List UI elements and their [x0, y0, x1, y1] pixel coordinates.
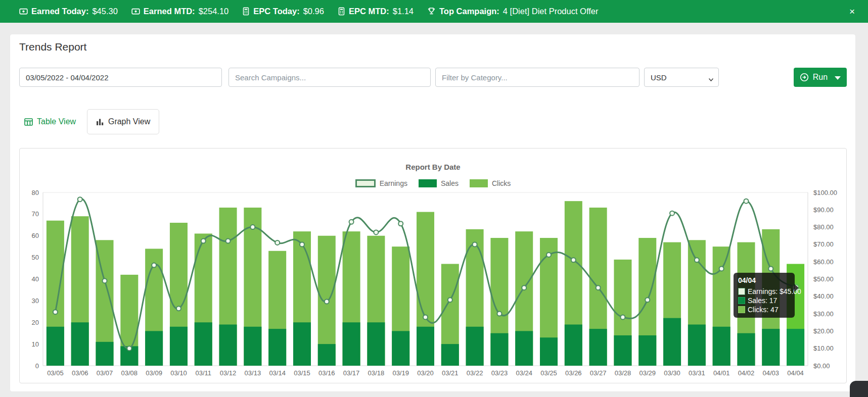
svg-text:03/30: 03/30	[664, 369, 680, 377]
svg-text:03/09: 03/09	[146, 369, 162, 377]
svg-text:$50.00: $50.00	[813, 275, 834, 283]
chat-widget[interactable]	[850, 381, 868, 397]
svg-text:03/24: 03/24	[516, 369, 532, 377]
svg-text:03/07: 03/07	[97, 369, 113, 377]
tab-graph-view[interactable]: Graph View	[87, 109, 159, 134]
svg-text:03/19: 03/19	[392, 369, 409, 377]
bar-chart-icon	[96, 118, 104, 126]
svg-text:03/06: 03/06	[72, 369, 88, 377]
run-label: Run	[813, 73, 828, 82]
svg-text:0: 0	[35, 362, 39, 370]
stats-strip: Earned Today: $45.30 Earned MTD: $254.10…	[19, 7, 598, 16]
stat-value: $45.30	[92, 7, 117, 16]
svg-text:03/14: 03/14	[269, 369, 286, 377]
svg-text:$70.00: $70.00	[813, 240, 834, 248]
report-chart[interactable]: 01020304050607080$0.00$10.00$20.00$30.00…	[20, 148, 846, 383]
date-range-input[interactable]	[19, 68, 222, 87]
svg-text:03/08: 03/08	[121, 369, 138, 377]
svg-text:03/17: 03/17	[343, 369, 360, 377]
svg-text:03/10: 03/10	[170, 369, 187, 377]
table-icon	[24, 118, 33, 126]
page-title: Trends Report	[19, 40, 847, 54]
tooltip-row-earnings: Earnings: $45.00	[738, 287, 790, 295]
stat-earned-mtd: Earned MTD: $254.10	[131, 7, 229, 16]
tooltip-row-clicks: Clicks: 47	[738, 306, 790, 314]
svg-text:$20.00: $20.00	[813, 327, 834, 335]
currency-select[interactable]: USD	[644, 68, 719, 87]
svg-text:04/02: 04/02	[738, 369, 755, 377]
svg-text:03/25: 03/25	[540, 369, 557, 377]
svg-text:20: 20	[32, 319, 39, 326]
svg-text:03/18: 03/18	[368, 369, 385, 377]
svg-text:10: 10	[32, 340, 39, 348]
stat-label: EPC MTD:	[349, 7, 389, 16]
search-campaigns-input[interactable]	[229, 68, 431, 87]
run-circle-arrow-icon	[800, 73, 809, 82]
svg-text:$40.00: $40.00	[813, 292, 834, 300]
svg-text:04/01: 04/01	[713, 369, 730, 377]
svg-text:03/27: 03/27	[590, 369, 607, 377]
svg-text:70: 70	[32, 210, 39, 218]
tooltip-title: 04/04	[738, 276, 790, 284]
svg-text:80: 80	[32, 189, 39, 196]
svg-text:50: 50	[32, 254, 39, 261]
stat-top-campaign: Top Campaign: 4 [Diet] Diet Product Offe…	[427, 7, 598, 16]
svg-text:03/12: 03/12	[220, 369, 237, 377]
stat-label: Earned Today:	[31, 7, 88, 16]
stat-epc-today: EPC Today: $0.96	[242, 7, 324, 16]
chart-tooltip: 04/04 Earnings: $45.00 Sales: 17 Clicks:…	[734, 273, 795, 318]
svg-text:03/13: 03/13	[245, 369, 261, 377]
svg-text:03/16: 03/16	[318, 369, 335, 377]
calculator-icon	[242, 7, 250, 16]
svg-text:$0.00: $0.00	[813, 362, 830, 370]
svg-text:04/03: 04/03	[763, 369, 780, 377]
stat-value: $1.14	[393, 7, 414, 16]
earnings-swatch	[738, 288, 745, 295]
stat-value: $0.96	[303, 7, 324, 16]
svg-text:03/11: 03/11	[195, 369, 211, 377]
svg-text:03/22: 03/22	[467, 369, 483, 377]
svg-text:$90.00: $90.00	[813, 206, 834, 214]
caret-down-icon[interactable]	[835, 73, 841, 82]
stat-value: 4 [Diet] Diet Product Offer	[503, 7, 599, 16]
svg-text:30: 30	[32, 297, 39, 305]
stat-earned-today: Earned Today: $45.30	[19, 7, 118, 16]
money-icon	[131, 7, 140, 16]
stat-label: EPC Today:	[253, 7, 299, 16]
svg-text:03/31: 03/31	[689, 369, 705, 377]
clicks-swatch	[738, 306, 745, 313]
tooltip-caret	[794, 284, 799, 292]
svg-text:04/04: 04/04	[787, 369, 804, 377]
stat-label: Earned MTD:	[144, 7, 195, 16]
svg-text:$60.00: $60.00	[813, 258, 834, 266]
svg-text:$100.00: $100.00	[813, 189, 837, 196]
svg-text:03/15: 03/15	[294, 369, 310, 377]
svg-text:03/28: 03/28	[615, 369, 631, 377]
sales-swatch	[738, 297, 745, 304]
run-button[interactable]: Run	[794, 68, 847, 87]
svg-text:03/23: 03/23	[491, 369, 508, 377]
svg-text:$10.00: $10.00	[813, 344, 834, 352]
calculator-icon	[338, 7, 345, 16]
chart-panel: Report By Date Earnings Sales Clicks 010…	[19, 148, 847, 383]
report-toolbar: USD Run	[19, 68, 847, 87]
stat-value: $254.10	[199, 7, 229, 16]
svg-text:60: 60	[32, 232, 39, 239]
svg-text:03/26: 03/26	[565, 369, 582, 377]
tab-table-view[interactable]: Table View	[19, 109, 87, 134]
svg-text:03/05: 03/05	[47, 369, 64, 377]
svg-text:03/21: 03/21	[442, 369, 459, 377]
tab-label: Table View	[37, 117, 76, 126]
svg-text:03/29: 03/29	[639, 369, 656, 377]
svg-text:$30.00: $30.00	[813, 310, 834, 318]
view-tabs: Table View Graph View	[19, 109, 847, 134]
currency-select-wrap: USD	[644, 68, 719, 87]
notification-bar: Earned Today: $45.30 Earned MTD: $254.10…	[0, 0, 868, 23]
filter-category-input[interactable]	[435, 68, 639, 87]
close-icon[interactable]: ×	[849, 7, 855, 16]
trends-report-card: Trends Report USD Run Table View	[10, 34, 855, 391]
svg-text:03/20: 03/20	[417, 369, 434, 377]
money-icon	[19, 7, 28, 16]
stat-label: Top Campaign:	[439, 7, 499, 16]
stat-epc-mtd: EPC MTD: $1.14	[338, 7, 414, 16]
